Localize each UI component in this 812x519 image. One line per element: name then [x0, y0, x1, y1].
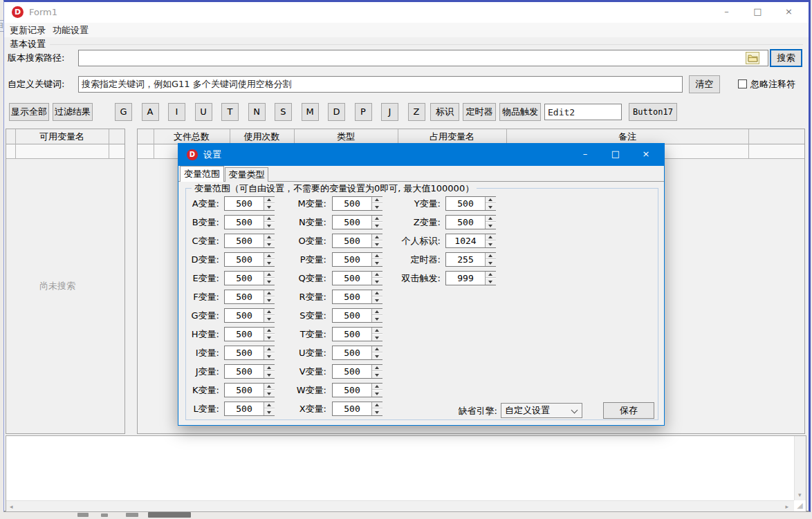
spinner-value[interactable]: 255	[446, 253, 485, 266]
spin-up-icon[interactable]	[486, 197, 496, 203]
spinner-col2-7[interactable]: 500	[332, 327, 382, 341]
spinner-col3-2[interactable]: 1024	[445, 234, 496, 248]
titlebar[interactable]: D Form1 – □ ×	[4, 2, 809, 23]
column-header-occupied-variables[interactable]: 占用变量名	[398, 129, 506, 144]
spin-down-icon[interactable]	[486, 278, 496, 285]
spin-up-icon[interactable]	[372, 328, 382, 334]
spin-down-icon[interactable]	[372, 390, 382, 397]
spinner-col2-11[interactable]: 500	[332, 402, 382, 416]
maximize-icon[interactable]: □	[742, 2, 773, 23]
filter-button-4[interactable]: I	[168, 103, 185, 121]
column-header-usage-count[interactable]: 使用次数	[230, 129, 294, 144]
spinner-value[interactable]: 999	[446, 272, 485, 285]
spin-up-icon[interactable]	[486, 253, 496, 259]
spin-up-icon[interactable]	[372, 309, 382, 315]
spinner-col2-6[interactable]: 500	[332, 308, 382, 323]
vertical-scrollbar[interactable]: ▾	[794, 436, 806, 500]
spin-up-icon[interactable]	[372, 365, 382, 371]
column-header-remark[interactable]: 备注	[506, 129, 748, 144]
filter-button-7[interactable]: N	[248, 103, 266, 121]
folder-open-icon[interactable]	[746, 52, 759, 64]
spinner-value[interactable]: 500	[333, 365, 371, 378]
scroll-right-icon[interactable]: ▸	[785, 501, 788, 512]
tab-variable-range[interactable]: 变量范围	[180, 166, 224, 182]
spinner-col3-0[interactable]: 500	[445, 196, 496, 211]
filter-button-3[interactable]: A	[142, 103, 159, 121]
spin-up-icon[interactable]	[372, 290, 382, 296]
close-icon[interactable]: ×	[773, 2, 804, 23]
spin-down-icon[interactable]	[372, 371, 382, 378]
resize-grip[interactable]: ◢	[795, 501, 805, 511]
spinner-col2-9[interactable]: 500	[332, 364, 382, 379]
spin-down-icon[interactable]	[486, 203, 496, 210]
spinner-value[interactable]: 500	[446, 216, 485, 229]
search-button[interactable]: 搜索	[770, 49, 802, 67]
filter-button-16[interactable]: 物品触发	[499, 103, 541, 121]
filter-button-6[interactable]: T	[221, 103, 239, 121]
spin-up-icon[interactable]	[372, 402, 382, 408]
spinner-col2-5[interactable]: 500	[332, 290, 382, 304]
default-engine-select[interactable]: 自定义设置	[501, 403, 582, 418]
spinner-col2-8[interactable]: 500	[332, 346, 382, 360]
scroll-left-icon[interactable]: ◂	[10, 501, 13, 512]
spin-down-icon[interactable]	[372, 296, 382, 303]
filter-button-8[interactable]: S	[275, 103, 292, 121]
variable-list-panel[interactable]: 可用变量名 尚未搜索	[6, 129, 125, 434]
filter-button-9[interactable]: M	[302, 103, 319, 121]
filter-button-0[interactable]: 显示全部	[9, 103, 49, 121]
log-memo[interactable]: ▾ ◂ ▸ ◢	[6, 435, 806, 512]
keyword-input[interactable]	[78, 76, 683, 93]
spin-down-icon[interactable]	[486, 222, 496, 229]
spinner-col2-10[interactable]: 500	[332, 383, 382, 397]
spinner-value[interactable]: 500	[333, 328, 371, 341]
edit2-input[interactable]	[544, 104, 622, 120]
column-header-available-variables[interactable]: 可用变量名	[15, 129, 109, 144]
minimize-icon[interactable]: –	[711, 2, 742, 23]
filter-button-14[interactable]: 标识	[430, 103, 459, 121]
spinner-col3-4[interactable]: 999	[445, 271, 496, 285]
spin-up-icon[interactable]	[372, 384, 382, 390]
ignore-comment-checkbox[interactable]	[738, 79, 747, 88]
spinner-value[interactable]: 500	[333, 346, 371, 359]
filter-button-12[interactable]: J	[381, 103, 398, 121]
spinner-value[interactable]: 1024	[446, 234, 485, 247]
filter-button-2[interactable]: G	[115, 103, 132, 121]
dialog-maximize-icon[interactable]: □	[600, 144, 631, 166]
horizontal-scrollbar[interactable]: ◂ ▸	[6, 500, 794, 511]
spin-down-icon[interactable]	[372, 315, 382, 322]
spinner-value[interactable]: 500	[333, 402, 371, 415]
filter-button-10[interactable]: D	[328, 103, 345, 121]
spin-down-icon[interactable]	[372, 408, 382, 415]
menu-update-log[interactable]: 更新记录	[10, 23, 46, 37]
spinner-value[interactable]: 500	[333, 384, 371, 397]
path-input[interactable]	[78, 50, 768, 66]
spinner-value[interactable]: 500	[333, 290, 371, 303]
save-button[interactable]: 保存	[603, 402, 654, 419]
dialog-titlebar[interactable]: D 设置 – □ ×	[178, 144, 664, 166]
menu-function-settings[interactable]: 功能设置	[53, 23, 89, 37]
spin-up-icon[interactable]	[486, 234, 496, 240]
filter-button-5[interactable]: U	[195, 103, 212, 121]
button17[interactable]: Button17	[629, 103, 677, 121]
clear-button[interactable]: 清空	[689, 75, 720, 93]
spinner-value[interactable]: 500	[446, 197, 485, 210]
spinner-col3-1[interactable]: 500	[445, 215, 496, 229]
spin-down-icon[interactable]	[372, 334, 382, 341]
filter-button-13[interactable]: Z	[408, 103, 425, 121]
spinner-value[interactable]: 500	[333, 309, 371, 322]
column-header-file-count[interactable]: 文件总数	[154, 129, 230, 144]
filter-button-1[interactable]: 过滤结果	[53, 103, 93, 121]
spin-up-icon[interactable]	[372, 346, 382, 352]
spin-down-icon[interactable]	[486, 240, 496, 247]
filter-button-15[interactable]: 定时器	[463, 103, 496, 121]
column-header-type[interactable]: 类型	[294, 129, 398, 144]
dialog-minimize-icon[interactable]: –	[570, 144, 600, 166]
filter-button-11[interactable]: P	[355, 103, 372, 121]
spin-up-icon[interactable]	[486, 272, 496, 278]
tab-variable-type[interactable]: 变量类型	[225, 167, 268, 182]
dialog-close-icon[interactable]: ×	[631, 144, 661, 166]
spin-up-icon[interactable]	[486, 216, 496, 222]
spin-down-icon[interactable]	[372, 352, 382, 359]
scroll-down-icon[interactable]: ▾	[798, 489, 802, 500]
spin-down-icon[interactable]	[486, 259, 496, 266]
